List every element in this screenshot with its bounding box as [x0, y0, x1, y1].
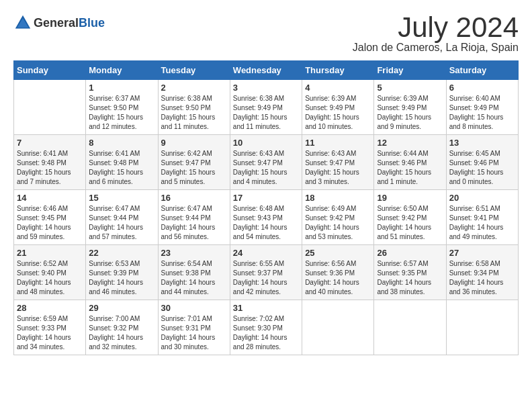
day-number: 13 — [449, 138, 515, 148]
calendar-cell: 14Sunrise: 6:46 AMSunset: 9:45 PMDayligh… — [14, 190, 86, 245]
day-info: Sunrise: 6:43 AMSunset: 9:47 PMDaylight:… — [305, 149, 371, 187]
calendar-cell: 12Sunrise: 6:44 AMSunset: 9:46 PMDayligh… — [374, 135, 446, 190]
day-number: 5 — [377, 83, 443, 93]
day-info: Sunrise: 6:41 AMSunset: 9:48 PMDaylight:… — [89, 149, 154, 187]
day-number: 19 — [377, 193, 443, 203]
calendar-cell: 5Sunrise: 6:39 AMSunset: 9:49 PMDaylight… — [374, 80, 446, 135]
day-number: 18 — [305, 193, 371, 203]
day-info: Sunrise: 6:56 AMSunset: 9:36 PMDaylight:… — [305, 259, 371, 297]
calendar-cell: 25Sunrise: 6:56 AMSunset: 9:36 PMDayligh… — [302, 245, 374, 300]
day-number: 6 — [449, 83, 515, 93]
day-info: Sunrise: 6:40 AMSunset: 9:49 PMDaylight:… — [449, 94, 515, 132]
day-header-monday: Monday — [86, 61, 158, 80]
day-header-tuesday: Tuesday — [158, 61, 230, 80]
calendar-cell — [374, 300, 446, 355]
day-number: 22 — [89, 248, 154, 258]
day-number: 23 — [161, 248, 227, 258]
day-number: 16 — [161, 193, 227, 203]
day-info: Sunrise: 6:49 AMSunset: 9:42 PMDaylight:… — [305, 204, 371, 242]
calendar-cell — [446, 300, 518, 355]
logo-icon — [13, 13, 32, 32]
location-title: Jalon de Cameros, La Rioja, Spain — [353, 42, 519, 54]
day-number: 24 — [233, 248, 299, 258]
calendar-cell: 13Sunrise: 6:45 AMSunset: 9:46 PMDayligh… — [446, 135, 518, 190]
day-number: 29 — [89, 303, 154, 313]
calendar-table: SundayMondayTuesdayWednesdayThursdayFrid… — [13, 60, 519, 355]
day-number: 17 — [233, 193, 299, 203]
calendar-cell: 27Sunrise: 6:58 AMSunset: 9:34 PMDayligh… — [446, 245, 518, 300]
calendar-cell: 3Sunrise: 6:38 AMSunset: 9:49 PMDaylight… — [230, 80, 302, 135]
logo-general-text: General — [34, 16, 79, 30]
day-number: 21 — [17, 248, 83, 258]
logo-blue-text: Blue — [79, 16, 105, 30]
day-number: 2 — [161, 83, 227, 93]
day-number: 4 — [305, 83, 371, 93]
logo: GeneralBlue — [13, 13, 105, 32]
day-info: Sunrise: 6:47 AMSunset: 9:44 PMDaylight:… — [161, 204, 227, 242]
calendar-cell: 23Sunrise: 6:54 AMSunset: 9:38 PMDayligh… — [158, 245, 230, 300]
day-info: Sunrise: 6:55 AMSunset: 9:37 PMDaylight:… — [233, 259, 299, 297]
title-section: July 2024 Jalon de Cameros, La Rioja, Sp… — [353, 13, 519, 54]
week-row-3: 14Sunrise: 6:46 AMSunset: 9:45 PMDayligh… — [14, 190, 519, 245]
day-number: 12 — [377, 138, 443, 148]
calendar-cell: 19Sunrise: 6:50 AMSunset: 9:42 PMDayligh… — [374, 190, 446, 245]
month-title: July 2024 — [353, 13, 519, 42]
week-row-4: 21Sunrise: 6:52 AMSunset: 9:40 PMDayligh… — [14, 245, 519, 300]
day-number: 28 — [17, 303, 83, 313]
calendar-cell: 21Sunrise: 6:52 AMSunset: 9:40 PMDayligh… — [14, 245, 86, 300]
day-info: Sunrise: 6:59 AMSunset: 9:33 PMDaylight:… — [17, 314, 83, 352]
day-number: 9 — [161, 138, 227, 148]
calendar-cell: 2Sunrise: 6:38 AMSunset: 9:50 PMDaylight… — [158, 80, 230, 135]
calendar-cell: 16Sunrise: 6:47 AMSunset: 9:44 PMDayligh… — [158, 190, 230, 245]
day-number: 25 — [305, 248, 371, 258]
day-info: Sunrise: 6:45 AMSunset: 9:46 PMDaylight:… — [449, 149, 515, 187]
calendar-cell: 24Sunrise: 6:55 AMSunset: 9:37 PMDayligh… — [230, 245, 302, 300]
day-info: Sunrise: 6:43 AMSunset: 9:47 PMDaylight:… — [233, 149, 299, 187]
calendar-cell — [302, 300, 374, 355]
day-info: Sunrise: 6:41 AMSunset: 9:48 PMDaylight:… — [17, 149, 83, 187]
day-info: Sunrise: 6:58 AMSunset: 9:34 PMDaylight:… — [449, 259, 515, 297]
day-header-friday: Friday — [374, 61, 446, 80]
week-row-2: 7Sunrise: 6:41 AMSunset: 9:48 PMDaylight… — [14, 135, 519, 190]
calendar-cell: 30Sunrise: 7:01 AMSunset: 9:31 PMDayligh… — [158, 300, 230, 355]
day-info: Sunrise: 6:47 AMSunset: 9:44 PMDaylight:… — [89, 204, 154, 242]
day-number: 15 — [89, 193, 154, 203]
calendar-cell: 9Sunrise: 6:42 AMSunset: 9:47 PMDaylight… — [158, 135, 230, 190]
calendar-cell — [14, 80, 86, 135]
calendar-cell: 15Sunrise: 6:47 AMSunset: 9:44 PMDayligh… — [86, 190, 158, 245]
calendar-cell: 20Sunrise: 6:51 AMSunset: 9:41 PMDayligh… — [446, 190, 518, 245]
day-info: Sunrise: 6:50 AMSunset: 9:42 PMDaylight:… — [377, 204, 443, 242]
day-info: Sunrise: 6:38 AMSunset: 9:50 PMDaylight:… — [161, 94, 227, 132]
day-info: Sunrise: 7:01 AMSunset: 9:31 PMDaylight:… — [161, 314, 227, 352]
day-header-wednesday: Wednesday — [230, 61, 302, 80]
calendar-cell: 22Sunrise: 6:53 AMSunset: 9:39 PMDayligh… — [86, 245, 158, 300]
day-number: 8 — [89, 138, 154, 148]
day-number: 3 — [233, 83, 299, 93]
day-number: 7 — [17, 138, 83, 148]
calendar-cell: 28Sunrise: 6:59 AMSunset: 9:33 PMDayligh… — [14, 300, 86, 355]
day-number: 14 — [17, 193, 83, 203]
page-header: GeneralBlue July 2024 Jalon de Cameros, … — [13, 13, 519, 54]
day-info: Sunrise: 6:54 AMSunset: 9:38 PMDaylight:… — [161, 259, 227, 297]
day-info: Sunrise: 6:48 AMSunset: 9:43 PMDaylight:… — [233, 204, 299, 242]
day-info: Sunrise: 6:37 AMSunset: 9:50 PMDaylight:… — [89, 94, 154, 132]
calendar-cell: 6Sunrise: 6:40 AMSunset: 9:49 PMDaylight… — [446, 80, 518, 135]
day-number: 30 — [161, 303, 227, 313]
week-row-5: 28Sunrise: 6:59 AMSunset: 9:33 PMDayligh… — [14, 300, 519, 355]
day-number: 31 — [233, 303, 299, 313]
day-number: 1 — [89, 83, 154, 93]
calendar-cell: 8Sunrise: 6:41 AMSunset: 9:48 PMDaylight… — [86, 135, 158, 190]
calendar-cell: 17Sunrise: 6:48 AMSunset: 9:43 PMDayligh… — [230, 190, 302, 245]
day-number: 11 — [305, 138, 371, 148]
calendar-cell: 4Sunrise: 6:39 AMSunset: 9:49 PMDaylight… — [302, 80, 374, 135]
day-info: Sunrise: 6:38 AMSunset: 9:49 PMDaylight:… — [233, 94, 299, 132]
week-row-1: 1Sunrise: 6:37 AMSunset: 9:50 PMDaylight… — [14, 80, 519, 135]
calendar-cell: 18Sunrise: 6:49 AMSunset: 9:42 PMDayligh… — [302, 190, 374, 245]
day-info: Sunrise: 6:53 AMSunset: 9:39 PMDaylight:… — [89, 259, 154, 297]
day-info: Sunrise: 6:46 AMSunset: 9:45 PMDaylight:… — [17, 204, 83, 242]
day-headers-row: SundayMondayTuesdayWednesdayThursdayFrid… — [14, 61, 519, 80]
day-info: Sunrise: 6:42 AMSunset: 9:47 PMDaylight:… — [161, 149, 227, 187]
calendar-cell: 26Sunrise: 6:57 AMSunset: 9:35 PMDayligh… — [374, 245, 446, 300]
day-info: Sunrise: 6:44 AMSunset: 9:46 PMDaylight:… — [377, 149, 443, 187]
day-number: 10 — [233, 138, 299, 148]
